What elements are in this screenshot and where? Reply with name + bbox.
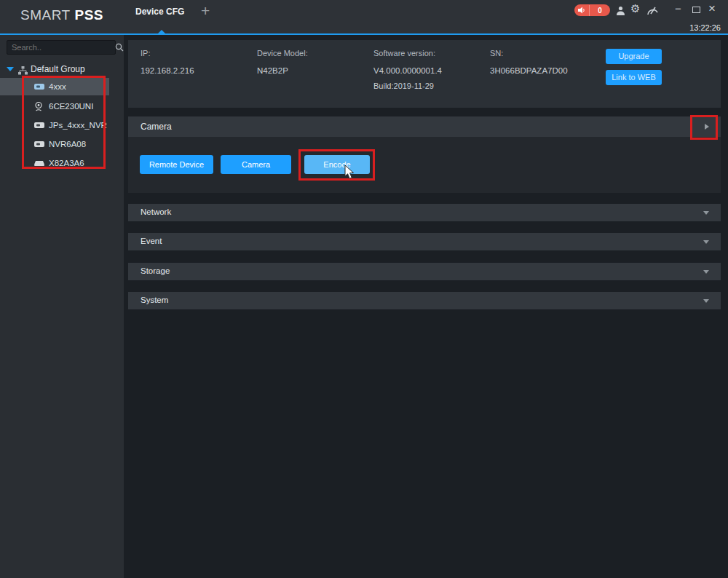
search-input[interactable]	[7, 43, 115, 52]
nvr-icon	[34, 122, 49, 129]
model-value: N42B2P	[257, 66, 288, 75]
collapse-arrow-icon[interactable]	[705, 124, 709, 130]
remote-device-button[interactable]: Remote Device	[140, 155, 213, 174]
device-label: NVR6A08	[49, 140, 86, 149]
section-title: Camera	[141, 122, 172, 132]
device-row-4xxx[interactable]: 4xxx	[0, 78, 109, 95]
section-header-system[interactable]: System	[128, 292, 721, 309]
maximize-button[interactable]	[692, 7, 700, 13]
new-tab-button[interactable]: +	[201, 3, 210, 18]
expand-arrow-icon[interactable]	[703, 211, 709, 215]
camera-section-body	[128, 137, 721, 193]
clock: 13:22:26	[0, 23, 721, 32]
sn-value: 3H066BDPAZA7D00	[490, 66, 568, 75]
ip-label: IP:	[141, 49, 150, 58]
device-cfg-main: IP: Device Model: Software version: SN: …	[124, 35, 728, 578]
performance-gauge-icon[interactable]	[646, 5, 659, 18]
close-button[interactable]: ×	[708, 1, 716, 16]
expand-arrow-icon[interactable]	[703, 299, 709, 303]
app-logo: SMART PSS	[20, 7, 103, 23]
section-header-storage[interactable]: Storage	[128, 263, 721, 280]
tab-active-notch	[158, 30, 165, 33]
minimize-button[interactable]: −	[675, 2, 681, 15]
tab-device-cfg[interactable]: Device CFG	[135, 7, 184, 17]
device-row-nvr6a08[interactable]: NVR6A08	[0, 135, 109, 153]
section-title: Storage	[141, 266, 170, 275]
speaker-icon	[574, 7, 589, 14]
device-label: 4xxx	[49, 82, 66, 91]
title-bar: SMART PSS Device CFG + 0 ⚙ − × 13:22:26	[0, 0, 728, 33]
software-value: V4.000.0000001.4	[373, 66, 442, 75]
device-label: 6CE230UNI	[49, 102, 93, 111]
nvr-icon	[34, 83, 49, 90]
camera-button[interactable]: Camera	[221, 155, 291, 174]
alarm-counter-pill[interactable]: 0	[574, 4, 610, 16]
gear-icon[interactable]: ⚙	[630, 2, 640, 15]
section-header-event[interactable]: Event	[128, 233, 721, 250]
device-row-6ce230uni[interactable]: 6CE230UNI	[0, 98, 109, 115]
user-icon[interactable]	[616, 5, 625, 18]
upgrade-button[interactable]: Upgrade	[606, 49, 662, 64]
flat-device-icon	[34, 160, 49, 167]
section-header-camera[interactable]: Camera	[128, 116, 721, 137]
build-value: Build:2019-11-29	[373, 82, 434, 90]
device-row-x82a3a6[interactable]: X82A3A6	[0, 154, 109, 172]
device-info-panel: IP: Device Model: Software version: SN: …	[128, 40, 721, 108]
search-box[interactable]	[7, 40, 116, 55]
mouse-cursor	[344, 165, 355, 183]
section-title: Network	[141, 207, 171, 216]
device-row-jps-4xxx-nvr[interactable]: JPs_4xxx_NVR	[0, 116, 109, 134]
encode-button[interactable]: Encode	[304, 155, 370, 174]
link-to-web-button[interactable]: Link to WEB	[606, 70, 662, 85]
nvr-icon	[34, 140, 49, 148]
group-row-default-group[interactable]: Default Group	[0, 61, 124, 77]
device-label: JPs_4xxx_NVR	[49, 121, 107, 130]
device-tree-sidebar: Default Group 4xxx 6CE230UNI JPs_4xxx_NV…	[0, 35, 124, 578]
section-header-network[interactable]: Network	[128, 204, 721, 221]
accent-line	[0, 33, 728, 35]
logo-pss: PSS	[74, 7, 103, 23]
expand-caret-icon[interactable]	[7, 67, 14, 71]
logo-smart: SMART	[20, 7, 71, 23]
sn-label: SN:	[490, 49, 503, 58]
ip-value: 192.168.2.216	[141, 66, 194, 75]
expand-arrow-icon[interactable]	[703, 240, 709, 244]
alarm-count: 0	[589, 5, 610, 16]
section-title: Event	[141, 237, 162, 245]
expand-arrow-icon[interactable]	[703, 270, 709, 274]
webcam-icon	[34, 102, 49, 111]
model-label: Device Model:	[257, 49, 308, 58]
device-label: X82A3A6	[49, 159, 84, 167]
search-icon[interactable]	[115, 43, 124, 52]
software-label: Software version:	[373, 49, 435, 58]
section-title: System	[141, 296, 168, 304]
group-label: Default Group	[31, 64, 85, 74]
group-icon	[18, 65, 28, 78]
